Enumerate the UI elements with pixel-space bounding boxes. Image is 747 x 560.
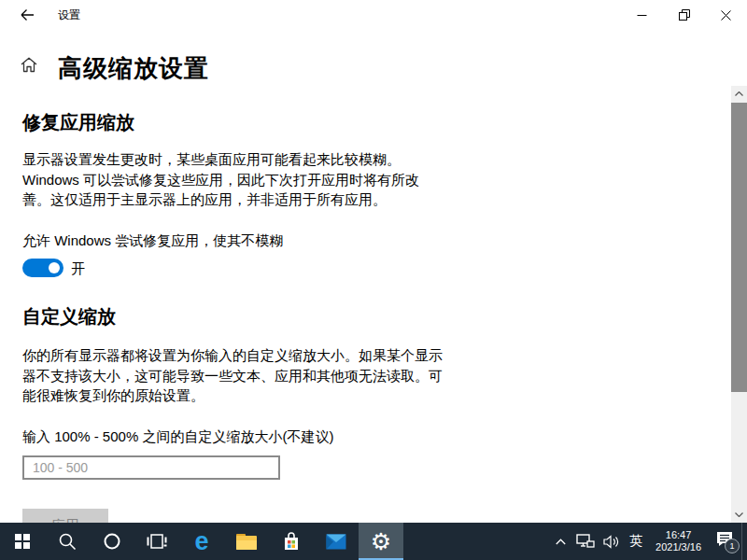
show-desktop-button[interactable] [741,523,747,560]
close-button[interactable] [705,0,747,30]
section-title-custom-scaling: 自定义缩放 [22,304,116,329]
custom-scale-input[interactable] [22,455,280,480]
windows-logo-icon [15,534,30,549]
back-arrow-icon [20,8,35,21]
store-button[interactable] [269,523,314,560]
notification-badge: 1 [725,539,740,553]
minimize-icon [637,10,647,21]
task-view-icon [147,533,167,550]
cortana-button[interactable] [90,523,134,560]
taskbar-search-button[interactable] [45,523,90,560]
chevron-up-icon [556,539,566,545]
volume-button[interactable] [599,523,625,560]
toggle-label: 允许 Windows 尝试修复应用，使其不模糊 [22,232,283,250]
section-title-fix-scaling: 修复应用缩放 [22,110,134,135]
toggle-knob [49,262,60,273]
titlebar: 设置 [0,0,747,30]
home-icon [21,57,37,77]
task-view-button[interactable] [134,523,179,560]
gear-icon: ⚙ [371,530,391,553]
chevron-down-icon [735,512,743,517]
taskbar-app-buttons: e ⚙ [0,523,403,560]
network-icon [576,534,595,549]
chevron-up-icon [735,91,743,96]
close-icon [721,10,731,21]
fix-scaling-description: 显示器设置发生更改时，某些桌面应用可能看起来比较模糊。Windows 可以尝试修… [22,149,444,210]
store-bag-icon [282,532,301,551]
scrollbar-thumb[interactable] [731,103,747,392]
tray-time: 16:47 [655,529,701,541]
mail-button[interactable] [314,523,359,560]
ime-indicator[interactable]: 英 [625,523,647,560]
fix-scaling-toggle[interactable] [22,259,63,277]
edge-button[interactable]: e [179,523,224,560]
window-controls [621,0,747,30]
page-title: 高级缩放设置 [58,52,209,85]
custom-scale-input-label: 输入 100% - 500% 之间的自定义缩放大小(不建议) [22,428,333,446]
tray-overflow-button[interactable] [548,523,572,560]
restore-icon [679,9,690,21]
start-button[interactable] [0,523,45,560]
system-tray: 英 16:47 2021/3/16 1 [548,523,747,560]
settings-button[interactable]: ⚙ [359,523,403,560]
taskbar: e ⚙ [0,523,747,560]
network-button[interactable] [572,523,599,560]
speaker-icon [603,535,620,549]
tray-date: 2021/3/16 [655,541,701,553]
edge-icon: e [194,529,208,554]
action-center-button[interactable]: 1 [710,523,741,560]
cortana-circle-icon [103,532,121,551]
scrollbar-down-button[interactable] [731,507,747,523]
back-button[interactable] [7,0,47,30]
folder-icon [236,534,257,550]
file-explorer-button[interactable] [224,523,269,560]
toggle-state-label: 开 [71,260,85,278]
window-title: 设置 [58,0,80,30]
clock[interactable]: 16:47 2021/3/16 [647,523,710,560]
scrollbar-up-button[interactable] [731,86,747,102]
scrollbar[interactable] [731,86,747,523]
mail-envelope-icon [326,534,346,550]
custom-scaling-description: 你的所有显示器都将设置为你输入的自定义缩放大小。如果某个显示器不支持该大小，这可… [22,345,444,406]
minimize-button[interactable] [621,0,663,30]
restore-button[interactable] [663,0,705,30]
search-icon [58,532,77,551]
